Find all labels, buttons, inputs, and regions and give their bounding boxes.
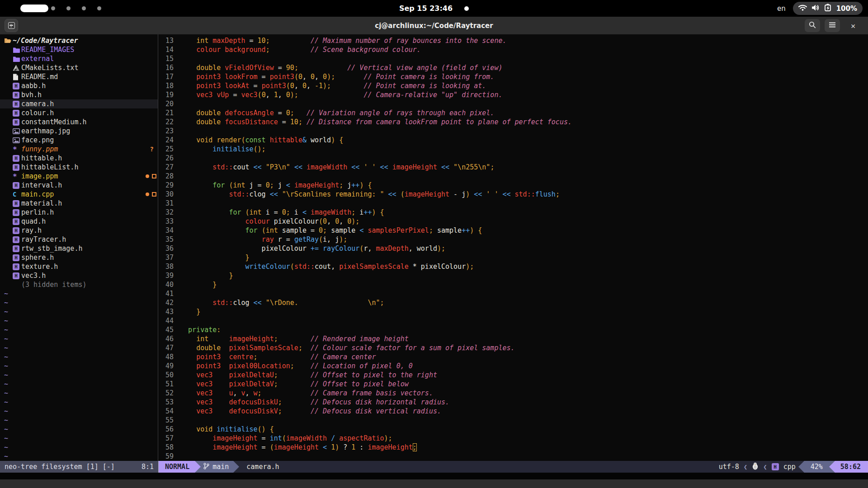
empty-line-tilde: ~ xyxy=(0,443,158,452)
code-line-23[interactable]: 23 xyxy=(158,127,868,136)
code-line-text: double pixelSamplesScale; // Colour scal… xyxy=(180,343,515,352)
code-line-54[interactable]: 54 vec3 defocusDiskV; // Defocus disk ve… xyxy=(158,407,868,416)
tree-item-label: CMakeLists.txt xyxy=(21,64,78,72)
code-line-52[interactable]: 52 vec3 u, v, w; // Camera frame basis v… xyxy=(158,389,868,398)
code-line-16[interactable]: 16 double vFieldOfView = 90; // Vertical… xyxy=(158,63,868,72)
code-line-50[interactable]: 50 vec3 pixelDeltaU; // Offset to pixel … xyxy=(158,371,868,380)
code-line-43[interactable]: 43 } xyxy=(158,307,868,316)
code-line-46[interactable]: 46 int imageHeight; // Rendered image he… xyxy=(158,334,868,343)
code-line-38[interactable]: 38 writeColour(std::cout, pixelSamplesSc… xyxy=(158,262,868,271)
code-line-15[interactable]: 15 xyxy=(158,54,868,63)
search-button[interactable] xyxy=(805,19,820,32)
code-line-22[interactable]: 22 double focusDistance = 10; // Distanc… xyxy=(158,117,868,127)
code-line-36[interactable]: 36 pixelColour += rayColour(r, maxDepth,… xyxy=(158,244,868,253)
command-line[interactable] xyxy=(0,473,868,479)
git-branch-segment[interactable]: main xyxy=(201,461,233,473)
code-line-14[interactable]: 14 colour background; // Scene backgroun… xyxy=(158,45,868,54)
tree-item-earthmap-jpg[interactable]: earthmap.jpg xyxy=(0,127,158,136)
code-line-18[interactable]: 18 point3 lookAt = point3(0, 0, -1); // … xyxy=(158,81,868,90)
tree-item--3-hidden-items-[interactable]: (3 hidden items) xyxy=(0,280,158,289)
clock[interactable]: Sep 15 23:46 xyxy=(399,4,453,13)
keyboard-layout-indicator[interactable]: en xyxy=(777,5,786,13)
code-line-59[interactable]: 59 xyxy=(158,452,868,461)
code-line-45[interactable]: 45 private: xyxy=(158,325,868,334)
code-line-55[interactable]: 55 xyxy=(158,416,868,425)
code-line-57[interactable]: 57 imageHeight = int(imageWidth / aspect… xyxy=(158,434,868,443)
code-line-37[interactable]: 37 } xyxy=(158,253,868,262)
code-line-53[interactable]: 53 vec3 defocusDiskU; // Defocus disk ho… xyxy=(158,398,868,407)
line-number: 49 xyxy=(158,361,174,371)
tree-item-funny-ppm[interactable]: *funny.ppm? xyxy=(0,145,158,154)
line-number: 28 xyxy=(158,172,174,181)
code-line-49[interactable]: 49 point3 pixel00Location; // Location o… xyxy=(158,361,868,371)
tree-item-cmakelists-txt[interactable]: CMakeLists.txt xyxy=(0,63,158,72)
battery-charging-icon xyxy=(824,4,832,13)
tree-item-main-cpp[interactable]: Cmain.cpp xyxy=(0,190,158,199)
code-editor[interactable]: 13 int maxDepth = 10; // Maximum number … xyxy=(158,34,868,461)
code-line-13[interactable]: 13 int maxDepth = 10; // Maximum number … xyxy=(158,36,868,45)
code-line-27[interactable]: 27 std::cout << "P3\n" << imageWidth << … xyxy=(158,163,868,172)
code-line-39[interactable]: 39 } xyxy=(158,271,868,280)
menu-button[interactable] xyxy=(825,19,840,32)
tree-item-aabb-h[interactable]: Haabb.h xyxy=(0,81,158,90)
tree-item-hittable-h[interactable]: Hhittable.h xyxy=(0,154,158,163)
code-line-20[interactable]: 20 xyxy=(158,99,868,108)
tree-item-sphere-h[interactable]: Hsphere.h xyxy=(0,253,158,262)
code-line-58[interactable]: 58 imageHeight = (imageHeight < 1) ? 1 :… xyxy=(158,443,868,452)
code-line-47[interactable]: 47 double pixelSamplesScale; // Colour s… xyxy=(158,343,868,352)
notification-dot-icon[interactable] xyxy=(464,6,469,11)
code-line-44[interactable]: 44 xyxy=(158,316,868,325)
tree-item-label: interval.h xyxy=(21,181,62,189)
tree-item-label: external xyxy=(21,55,54,63)
tree-item-material-h[interactable]: Hmaterial.h xyxy=(0,199,158,208)
code-line-41[interactable]: 41 xyxy=(158,289,868,298)
tree-item-constantmedium-h[interactable]: HconstantMedium.h xyxy=(0,117,158,127)
code-line-51[interactable]: 51 vec3 pixelDeltaV; // Offset to pixel … xyxy=(158,380,868,389)
line-number: 37 xyxy=(158,253,174,262)
code-line-25[interactable]: 25 initialise(); xyxy=(158,145,868,154)
system-tray[interactable]: 100% xyxy=(793,2,863,15)
code-line-26[interactable]: 26 xyxy=(158,154,868,163)
code-line-33[interactable]: 33 colour pixelColour(0, 0, 0); xyxy=(158,217,868,226)
tree-item-face-png[interactable]: face.png xyxy=(0,136,158,145)
code-line-19[interactable]: 19 vec3 vUp = vec3(0, 1, 0); // Camera-r… xyxy=(158,90,868,99)
tree-item-interval-h[interactable]: Hinterval.h xyxy=(0,181,158,190)
code-line-35[interactable]: 35 ray r = getRay(i, j); xyxy=(158,235,868,244)
tree-item-bvh-h[interactable]: Hbvh.h xyxy=(0,90,158,99)
tree-item-hittablelist-h[interactable]: HhittableList.h xyxy=(0,163,158,172)
tree-item-label: colour.h xyxy=(21,109,54,117)
tree-item-colour-h[interactable]: Hcolour.h xyxy=(0,108,158,117)
code-line-42[interactable]: 42 std::clog << "\rDone. \n"; xyxy=(158,298,868,307)
code-line-24[interactable]: 24 void render(const hittable& world) { xyxy=(158,136,868,145)
code-line-31[interactable]: 31 xyxy=(158,199,868,208)
tree-item-vec3-h[interactable]: Hvec3.h xyxy=(0,271,158,280)
code-line-56[interactable]: 56 void initialise() { xyxy=(158,425,868,434)
tree-item-readme-images[interactable]: README_IMAGES xyxy=(0,45,158,54)
code-line-text: std::clog << "\rScanlines remaining: " <… xyxy=(180,190,560,199)
tree-item-raytracer-h[interactable]: HrayTracer.h xyxy=(0,235,158,244)
tree-item-camera-h[interactable]: Hcamera.h xyxy=(0,99,158,108)
tree-item-ray-h[interactable]: Hray.h xyxy=(0,226,158,235)
code-line-21[interactable]: 21 double defocusAngle = 0; // Variation… xyxy=(158,108,868,117)
code-line-text: private: xyxy=(180,325,221,334)
code-line-32[interactable]: 32 for (int i = 0; i < imageWidth; i++) … xyxy=(158,208,868,217)
tree-item-rtw-stb-image-h[interactable]: Hrtw_stb_image.h xyxy=(0,244,158,253)
tree-item-perlin-h[interactable]: Hperlin.h xyxy=(0,208,158,217)
code-line-17[interactable]: 17 point3 lookFrom = point3(0, 0, 0); //… xyxy=(158,72,868,81)
code-line-29[interactable]: 29 for (int j = 0; j < imageHeight; j++)… xyxy=(158,181,868,190)
tree-item-readme-md[interactable]: README.md xyxy=(0,72,158,81)
code-line-34[interactable]: 34 for (int sample = 0; sample < samples… xyxy=(158,226,868,235)
code-line-40[interactable]: 40 } xyxy=(158,280,868,289)
h-file-icon: H xyxy=(13,254,19,261)
tree-item--code-raytracer[interactable]: ~/Code/Raytracer xyxy=(0,36,158,45)
tree-item-quad-h[interactable]: Hquad.h xyxy=(0,217,158,226)
tree-item-image-ppm[interactable]: *image.ppm xyxy=(0,172,158,181)
neotree-status-label: neo-tree filesystem [1] [-] xyxy=(5,463,115,471)
tree-item-texture-h[interactable]: Htexture.h xyxy=(0,262,158,271)
code-line-30[interactable]: 30 std::clog << "\rScanlines remaining: … xyxy=(158,190,868,199)
close-button[interactable]: ✕ xyxy=(846,19,860,32)
code-line-text: std::clog << "\rDone. \n"; xyxy=(180,298,384,307)
code-line-48[interactable]: 48 point3 centre; // Camera center xyxy=(158,352,868,361)
code-line-28[interactable]: 28 xyxy=(158,172,868,181)
tree-item-external[interactable]: external xyxy=(0,54,158,63)
